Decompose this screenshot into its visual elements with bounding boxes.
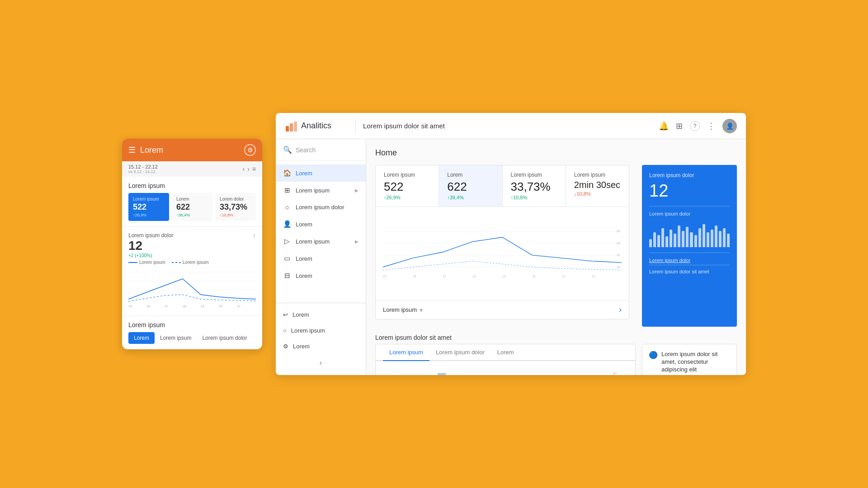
blue-bar-item [653, 232, 656, 247]
stat-card-2[interactable]: Lorem ipsum 33,73% ↑10,8% [503, 165, 566, 206]
sidebar-nav: 🏠 Lorem ⊞ Lorem ipsum ▶ ○ Lorem ipsum do… [276, 161, 366, 303]
avatar[interactable]: 👤 [722, 119, 737, 133]
stat-card-3[interactable]: Lorem ipsum 2min 30sec ↓10,8% [566, 165, 629, 206]
next-arrow[interactable]: › [247, 165, 250, 173]
mobile-chart-value: 12 [128, 239, 173, 253]
expand-icon: ▶ [355, 188, 359, 193]
app-body: 🔍 Search 🏠 Lorem ⊞ Lorem ipsum ▶ ○ Lorem… [276, 139, 746, 375]
brand-logo [285, 120, 297, 132]
chart-footer-chevron[interactable]: › [619, 305, 622, 314]
mobile-bottom-title: Lorem ipsum [128, 321, 256, 328]
mobile-date-nav: 15.12 - 22.12 vs 8.12 - 14.12 ‹ › ≡ [122, 161, 262, 177]
mobile-stats-section: Lorem ipsum Lorem ipsum 522 ↑26,9% Lorem… [122, 177, 262, 227]
stats-row: Lorem ipsum 522 ↑26,9% Lorem 622 ↑39,4% … [376, 165, 629, 207]
top-left: Lorem ipsum 522 ↑26,9% Lorem 622 ↑39,4% … [375, 165, 629, 327]
back-icon: ↩ [283, 311, 288, 318]
blue-bar-item [674, 234, 676, 247]
more-icon[interactable]: ⋮ [707, 121, 715, 131]
topbar-icons: 🔔 ⊞ ? ⋮ 👤 [659, 119, 737, 133]
help-icon[interactable]: ? [690, 121, 700, 131]
blue-card-divider [649, 206, 730, 206]
blue-bar-chart [649, 220, 730, 247]
top-section: Lorem ipsum 522 ↑26,9% Lorem 622 ↑39,4% … [375, 165, 737, 327]
circle-icon: ○ [283, 203, 291, 211]
sidebar-item-lorem-ipsum2[interactable]: ▷ Lorem ipsum ▶ [276, 233, 366, 250]
mobile-tab-1[interactable]: Lorem ipsum [155, 332, 197, 344]
mobile-stat-card-2[interactable]: Lorem dolor 33,73% ↑10,8% [215, 193, 256, 221]
bottom-right: 🔵 Lorem ipsum dolor sit amet, consectetu… [642, 344, 737, 375]
blue-bar-item [657, 235, 660, 247]
sidebar-bottom: ↩ Lorem ○ Lorem ipsum ⚙ Lorem ‹ [276, 303, 366, 375]
sidebar-item-lorem-dolor[interactable]: ○ Lorem ipsum dolor [276, 199, 366, 216]
svg-text:80: 80 [617, 230, 620, 233]
bottom-left: Lorem ipsum Lorem ipsum dolor Lorem 80 6… [375, 344, 636, 375]
sidebar-item-label-0: Lorem [296, 170, 312, 177]
stat-card-1[interactable]: Lorem 622 ↑39,4% [439, 165, 502, 206]
sidebar-search[interactable]: 🔍 Search [276, 139, 366, 161]
sidebar-item-lorem3[interactable]: ▭ Lorem [276, 250, 366, 267]
blue-card-footer-text: Lorem ipsum dolor sit amet [649, 269, 730, 274]
sidebar-item-lorem-ipsum[interactable]: ⊞ Lorem ipsum ▶ [276, 182, 366, 199]
blue-bar-item [682, 231, 684, 247]
mobile-share-icon[interactable]: ↑ [252, 232, 256, 240]
blue-card-link[interactable]: Lorem ipsum dolor [649, 258, 730, 263]
chart-footer-label[interactable]: Lorem ipsum ▾ [383, 306, 423, 314]
sidebar-item-lorem2[interactable]: 👤 Lorem [276, 216, 366, 233]
svg-rect-38 [438, 373, 446, 375]
grid-icon[interactable]: ⊞ [676, 121, 683, 131]
bottom-right-title: Lorem ipsum dolor sit amet, consectetur … [661, 351, 730, 374]
mobile-stat-card-0[interactable]: Lorem ipsum 522 ↑26,9% [128, 193, 169, 221]
sidebar-item-label-5: Lorem [296, 255, 312, 262]
svg-text:18: 18 [183, 305, 186, 308]
svg-rect-11 [286, 126, 289, 131]
prev-arrow[interactable]: ‹ [242, 165, 245, 173]
bottom-tab-1[interactable]: Lorem ipsum dolor [429, 344, 491, 361]
sidebar-item-lorem[interactable]: 🏠 Lorem [276, 164, 366, 182]
bottom-tab-0[interactable]: Lorem ipsum [383, 344, 429, 361]
circle2-icon: ○ [283, 327, 287, 334]
blue-bar-item [670, 230, 672, 247]
stat-card-0[interactable]: Lorem ipsum 522 ↑26,9% [376, 165, 439, 206]
sidebar: 🔍 Search 🏠 Lorem ⊞ Lorem ipsum ▶ ○ Lorem… [276, 139, 366, 375]
settings-icon: ⚙ [283, 343, 288, 350]
brand: Analitics [285, 120, 348, 132]
blue-bar-item [719, 231, 722, 247]
mobile-tab-2[interactable]: Lorem ipsum dolor [197, 332, 252, 344]
sidebar-bottom-item-0[interactable]: ↩ Lorem [276, 307, 366, 323]
sidebar-item-label-2: Lorem ipsum dolor [296, 204, 344, 211]
svg-text:16: 16 [146, 305, 150, 308]
hamburger-icon[interactable]: ☰ [128, 145, 136, 155]
mobile-date-range: 15.12 - 22.12 [128, 164, 158, 169]
mobile-tab-0[interactable]: Lorem [128, 332, 155, 344]
svg-text:19: 19 [502, 275, 506, 278]
mobile-stats-row: Lorem ipsum 522 ↑26,9% Lorem 622 ↑36,4% … [128, 193, 256, 221]
svg-text:17: 17 [165, 305, 168, 308]
page-heading: Home [375, 148, 737, 158]
desktop-app: Analitics Lorem ipsum dolor sit amet 🔔 ⊞… [276, 113, 746, 375]
mobile-date-sub: vs 8.12 - 14.12 [128, 169, 158, 174]
sidebar-bottom-item-1[interactable]: ○ Lorem ipsum [276, 323, 366, 338]
filter-icon[interactable]: ≡ [252, 165, 256, 173]
bottom-area: Lorem ipsum Lorem ipsum dolor Lorem 80 6… [375, 344, 737, 375]
blue-bar-item [707, 232, 709, 247]
blue-bar-item [723, 228, 726, 247]
svg-rect-12 [290, 123, 293, 131]
sidebar-item-lorem4[interactable]: ⊟ Lorem [276, 267, 366, 284]
svg-text:20: 20 [219, 305, 222, 308]
sidebar-collapse-btn[interactable]: ‹ [276, 354, 366, 371]
blue-bar-item [661, 228, 664, 247]
bell-icon[interactable]: 🔔 [659, 121, 669, 131]
sidebar-bottom-item-2[interactable]: ⚙ Lorem [276, 338, 366, 354]
stats-area: Lorem ipsum 522 ↑26,9% Lorem 622 ↑39,4% … [375, 165, 629, 319]
blue-bar-item [727, 234, 730, 247]
blue-card-number: 12 [649, 181, 730, 201]
svg-text:15: 15 [128, 305, 132, 308]
blue-card: Lorem ipsum dolor 12 Lorem ipsum dolor L… [642, 165, 737, 327]
blue-bar-item [686, 227, 689, 247]
sidebar-item-label-6: Lorem [296, 272, 312, 279]
mobile-settings-icon[interactable]: ⚙ [244, 144, 256, 156]
mobile-stat-card-1[interactable]: Lorem 622 ↑36,4% [172, 193, 212, 221]
svg-text:18: 18 [472, 275, 476, 278]
mobile-bottom-section: Lorem ipsum Lorem Lorem ipsum Lorem ipsu… [122, 316, 262, 349]
bottom-tab-2[interactable]: Lorem [491, 344, 520, 361]
